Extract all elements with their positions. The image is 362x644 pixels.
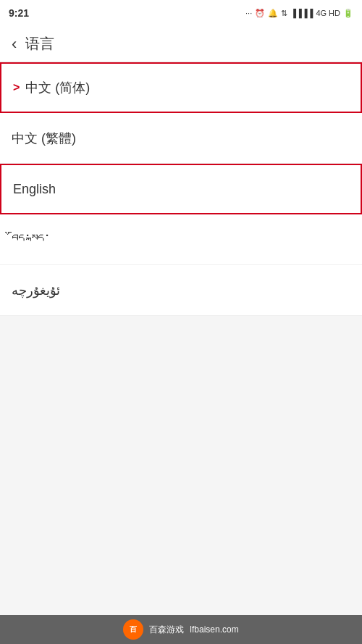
language-item-zh-hant[interactable]: 中文 (繁體) xyxy=(0,113,362,164)
network-type-label: 4G HD xyxy=(316,9,340,17)
watermark-logo: 百 xyxy=(123,619,143,640)
language-label: 中文 (繁體) xyxy=(12,130,350,147)
signal-bars-icon: ▐▐▐▐ xyxy=(290,9,313,17)
language-item-zh-hans[interactable]: >中文 (简体) xyxy=(0,62,362,113)
language-item-tibetan[interactable]: བོད་སྐད་ xyxy=(0,214,362,265)
language-label: བོད་སྐད་ xyxy=(12,232,350,247)
language-label: 中文 (简体) xyxy=(25,79,349,96)
nav-bar: ‹ 语言 xyxy=(0,26,362,62)
watermark-site: 百森游戏 xyxy=(149,624,184,636)
signal-dots-icon: ··· xyxy=(245,9,252,17)
sync-icon: ⇅ xyxy=(281,9,287,18)
battery-icon: 🔋 xyxy=(343,9,353,18)
alarm-icon: ⏰ xyxy=(255,9,265,18)
status-bar: 9:21 ··· ⏰ 🔔 ⇅ ▐▐▐▐ 4G HD 🔋 xyxy=(0,0,362,26)
watermark-url: lfbaisen.com xyxy=(190,624,238,635)
language-list: >中文 (简体)中文 (繁體)Englishབོད་སྐད་ئۇيغۇرچە xyxy=(0,62,362,316)
back-button[interactable]: ‹ xyxy=(12,36,17,52)
content-area xyxy=(0,316,362,606)
status-icons: ··· ⏰ 🔔 ⇅ ▐▐▐▐ 4G HD 🔋 xyxy=(245,9,353,18)
language-item-en[interactable]: English xyxy=(0,164,362,214)
watermark-bar: 百 百森游戏 lfbaisen.com xyxy=(0,615,362,644)
notification-icon: 🔔 xyxy=(268,9,278,18)
language-item-uyghur[interactable]: ئۇيغۇرچە xyxy=(0,265,362,316)
status-time: 9:21 xyxy=(9,7,29,19)
language-label: ئۇيغۇرچە xyxy=(12,283,350,298)
language-label: English xyxy=(13,182,349,197)
selected-chevron-icon: > xyxy=(13,81,20,94)
page-title: 语言 xyxy=(25,34,54,54)
